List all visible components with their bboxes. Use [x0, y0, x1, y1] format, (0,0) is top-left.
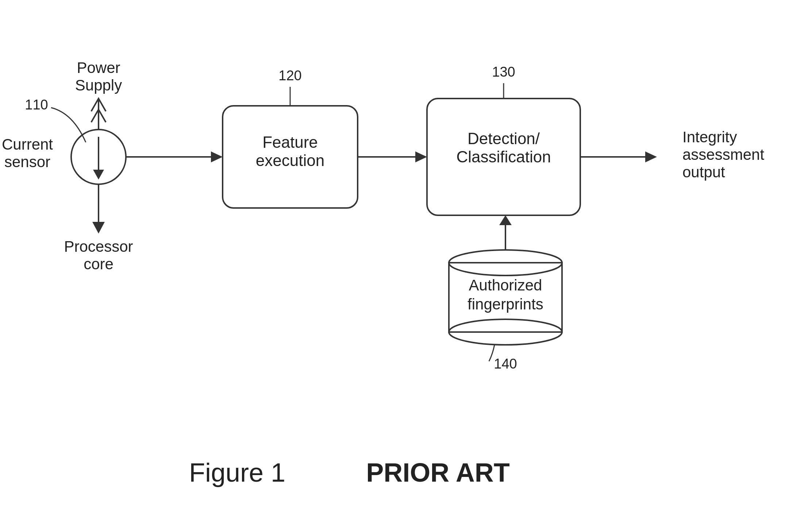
authorized-fingerprints-label: Authorized: [469, 277, 542, 294]
assessment-label: assessment: [682, 146, 764, 163]
power-supply-label2: Supply: [75, 77, 122, 94]
feature-execution-label: Feature: [262, 133, 318, 151]
current-sensor-label: Current: [2, 136, 53, 153]
ref-140: 140: [494, 356, 517, 371]
figure-label: Figure 1: [189, 458, 285, 487]
output-label: output: [682, 163, 725, 181]
detection-label: Detection/: [467, 130, 540, 147]
integrity-label: Integrity: [682, 128, 737, 146]
current-sensor-label2: sensor: [4, 153, 50, 170]
ref-120: 120: [278, 68, 301, 83]
prior-art-label: PRIOR ART: [366, 458, 509, 487]
power-supply-label: Power: [77, 59, 120, 76]
processor-core-label2: core: [84, 255, 113, 273]
classification-label: Classification: [456, 148, 551, 166]
feature-execution-label2: execution: [256, 151, 324, 169]
diagram-container: Power Supply 110 Current sensor Processo…: [0, 0, 785, 532]
authorized-fingerprints-label2: fingerprints: [467, 296, 543, 313]
ref-130: 130: [492, 64, 515, 80]
ref-110: 110: [25, 97, 48, 112]
processor-core-label: Processor: [64, 238, 133, 255]
